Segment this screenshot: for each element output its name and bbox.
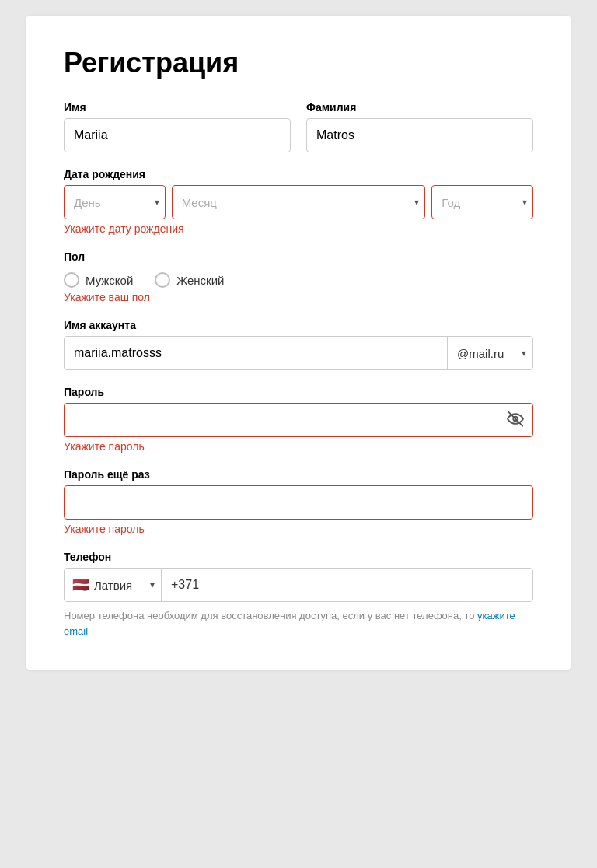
page-title: Регистрация <box>64 47 533 79</box>
gender-male-label: Мужской <box>86 274 133 287</box>
phone-country-wrap: 🇱🇻 Латвия Россия Украина ▾ <box>65 569 162 601</box>
dob-year-wrap: Год ▾ <box>431 185 533 219</box>
gender-female-option[interactable]: Женский <box>155 272 224 288</box>
password-error: Укажите пароль <box>64 440 533 453</box>
account-group: Имя аккаунта @mail.ru @inbox.ru @list.ru… <box>64 319 533 370</box>
phone-label: Телефон <box>64 551 533 563</box>
dob-day-select[interactable]: День <box>64 185 166 219</box>
last-name-label: Фамилия <box>306 101 533 114</box>
registration-card: Регистрация Имя Фамилия Дата рождения Де… <box>26 16 571 670</box>
account-name-row: @mail.ru @inbox.ru @list.ru @bk.ru ▾ <box>64 336 533 370</box>
password-wrap <box>64 403 533 437</box>
last-name-input[interactable] <box>306 118 533 152</box>
gender-group: Пол Мужской Женский Укажите ваш пол <box>64 250 533 303</box>
gender-male-radio[interactable] <box>64 272 79 288</box>
gender-male-option[interactable]: Мужской <box>64 272 133 288</box>
account-domain-wrap: @mail.ru @inbox.ru @list.ru @bk.ru ▾ <box>447 337 532 369</box>
first-name-input[interactable] <box>64 118 291 152</box>
phone-hint: Номер телефона необходим для восстановле… <box>64 608 533 639</box>
latvia-flag-icon: 🇱🇻 <box>72 576 89 593</box>
password-repeat-error: Укажите пароль <box>64 523 533 535</box>
gender-error: Укажите ваш пол <box>64 291 533 303</box>
password-repeat-input[interactable] <box>64 485 533 520</box>
name-row: Имя Фамилия <box>64 101 533 152</box>
gender-row: Мужской Женский <box>64 272 533 288</box>
dob-year-select[interactable]: Год <box>431 185 533 219</box>
password-input[interactable] <box>64 403 533 437</box>
gender-female-radio[interactable] <box>155 272 170 288</box>
gender-label: Пол <box>64 250 533 263</box>
password-repeat-group: Пароль ещё раз Укажите пароль <box>64 468 533 535</box>
phone-group: Телефон 🇱🇻 Латвия Россия Украина ▾ Номер… <box>64 551 533 639</box>
dob-label: Дата рождения <box>64 168 533 180</box>
phone-country-select[interactable]: Латвия Россия Украина <box>91 569 161 601</box>
password-repeat-label: Пароль ещё раз <box>64 468 533 481</box>
dob-day-wrap: День ▾ <box>64 185 166 219</box>
account-label: Имя аккаунта <box>64 319 533 331</box>
phone-row: 🇱🇻 Латвия Россия Украина ▾ <box>64 568 533 602</box>
phone-number-input[interactable] <box>162 569 532 601</box>
gender-female-label: Женский <box>176 274 224 287</box>
password-label: Пароль <box>64 386 533 398</box>
dob-month-select[interactable]: Месяц <box>172 185 426 219</box>
dob-month-wrap: Месяц ▾ <box>172 185 426 219</box>
last-name-group: Фамилия <box>306 101 533 152</box>
first-name-group: Имя <box>64 101 291 152</box>
first-name-label: Имя <box>64 101 291 114</box>
dob-error: Укажите дату рождения <box>64 222 533 235</box>
account-name-input[interactable] <box>65 337 447 369</box>
password-group: Пароль Укажите пароль <box>64 386 533 453</box>
dob-row: День ▾ Месяц ▾ Год ▾ <box>64 185 533 219</box>
dob-group: Дата рождения День ▾ Месяц ▾ Год ▾ У <box>64 168 533 235</box>
eye-icon[interactable] <box>507 411 524 430</box>
password-repeat-wrap <box>64 485 533 520</box>
account-domain-select[interactable]: @mail.ru @inbox.ru @list.ru @bk.ru <box>448 337 532 369</box>
